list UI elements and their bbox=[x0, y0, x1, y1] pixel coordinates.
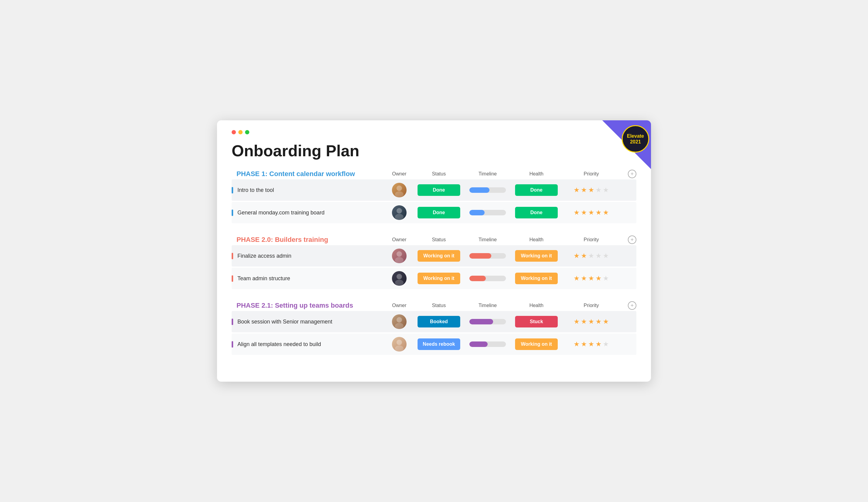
priority-cell[interactable]: ★★★★★ bbox=[561, 318, 622, 326]
health-badge[interactable]: Done bbox=[515, 207, 558, 218]
status-badge[interactable]: Working on it bbox=[417, 250, 460, 262]
phase-section-phase2: PHASE 2.0: Builders trainingOwnerStatusT… bbox=[231, 236, 637, 289]
star-filled-icon[interactable]: ★ bbox=[596, 209, 602, 217]
timeline-fill bbox=[469, 187, 489, 193]
star-filled-icon[interactable]: ★ bbox=[603, 209, 609, 217]
star-empty-icon[interactable]: ★ bbox=[596, 186, 602, 194]
health-cell[interactable]: Working on it bbox=[512, 338, 561, 350]
status-cell[interactable]: Working on it bbox=[414, 273, 463, 284]
task-name-label: Finalize access admin bbox=[237, 253, 291, 259]
status-cell[interactable]: Done bbox=[414, 184, 463, 196]
phase-color-bar bbox=[231, 210, 233, 216]
col-header-timeline: Timeline bbox=[463, 171, 512, 177]
star-filled-icon[interactable]: ★ bbox=[588, 318, 594, 326]
status-cell[interactable]: Done bbox=[414, 207, 463, 218]
health-cell[interactable]: Working on it bbox=[512, 250, 561, 262]
star-filled-icon[interactable]: ★ bbox=[581, 252, 587, 260]
priority-cell[interactable]: ★★★★★ bbox=[561, 209, 622, 217]
task-name-cell: Book session with Senior management bbox=[231, 315, 384, 329]
close-button[interactable] bbox=[231, 130, 236, 134]
col-header-health: Health bbox=[512, 303, 561, 308]
add-task-button[interactable]: + bbox=[628, 301, 637, 310]
task-name-cell: Align all templates needed to build bbox=[231, 337, 384, 351]
star-filled-icon[interactable]: ★ bbox=[588, 340, 594, 348]
star-filled-icon[interactable]: ★ bbox=[574, 274, 580, 282]
health-cell[interactable]: Stuck bbox=[512, 316, 561, 327]
star-empty-icon[interactable]: ★ bbox=[603, 340, 609, 348]
health-badge[interactable]: Stuck bbox=[515, 316, 558, 327]
priority-cell[interactable]: ★★★★★ bbox=[561, 274, 622, 282]
status-cell[interactable]: Working on it bbox=[414, 250, 463, 262]
maximize-button[interactable] bbox=[245, 130, 249, 134]
star-filled-icon[interactable]: ★ bbox=[588, 186, 594, 194]
health-badge[interactable]: Done bbox=[515, 184, 558, 196]
star-filled-icon[interactable]: ★ bbox=[581, 340, 587, 348]
star-filled-icon[interactable]: ★ bbox=[581, 274, 587, 282]
task-name-cell: General monday.com training board bbox=[231, 206, 384, 220]
timeline-bar-container bbox=[469, 253, 506, 259]
star-empty-icon[interactable]: ★ bbox=[588, 252, 594, 260]
timeline-cell bbox=[463, 253, 512, 259]
minimize-button[interactable] bbox=[238, 130, 242, 134]
status-cell[interactable]: Needs rebook bbox=[414, 338, 463, 350]
priority-cell[interactable]: ★★★★★ bbox=[561, 252, 622, 260]
table-row: Intro to the tool DoneDone★★★★★ bbox=[231, 179, 637, 201]
phase-color-bar bbox=[231, 187, 233, 194]
star-filled-icon[interactable]: ★ bbox=[603, 318, 609, 326]
star-filled-icon[interactable]: ★ bbox=[588, 209, 594, 217]
star-empty-icon[interactable]: ★ bbox=[603, 186, 609, 194]
status-cell[interactable]: Booked bbox=[414, 316, 463, 327]
star-filled-icon[interactable]: ★ bbox=[596, 340, 602, 348]
priority-cell[interactable]: ★★★★★ bbox=[561, 186, 622, 194]
star-filled-icon[interactable]: ★ bbox=[581, 186, 587, 194]
timeline-cell bbox=[463, 187, 512, 193]
star-empty-icon[interactable]: ★ bbox=[603, 252, 609, 260]
phase-section-phase21: PHASE 2.1: Setting up teams boardsOwnerS… bbox=[231, 301, 637, 355]
add-task-button[interactable]: + bbox=[628, 236, 637, 244]
table-row: Finalize access admin Working on itWorki… bbox=[231, 245, 637, 266]
status-badge[interactable]: Done bbox=[417, 184, 460, 196]
timeline-cell bbox=[463, 210, 512, 215]
priority-cell[interactable]: ★★★★★ bbox=[561, 340, 622, 348]
status-badge[interactable]: Booked bbox=[417, 316, 460, 327]
star-filled-icon[interactable]: ★ bbox=[581, 318, 587, 326]
health-cell[interactable]: Done bbox=[512, 207, 561, 218]
status-badge[interactable]: Needs rebook bbox=[417, 338, 460, 350]
elevate-badge: Elevate 2021 bbox=[622, 125, 649, 153]
star-filled-icon[interactable]: ★ bbox=[574, 252, 580, 260]
star-filled-icon[interactable]: ★ bbox=[574, 318, 580, 326]
col-header-owner: Owner bbox=[384, 303, 414, 308]
avatar bbox=[392, 205, 406, 220]
table-row: Align all templates needed to build Need… bbox=[231, 334, 637, 355]
health-badge[interactable]: Working on it bbox=[515, 273, 558, 284]
elevate-text-line2: 2021 bbox=[630, 139, 641, 145]
star-empty-icon[interactable]: ★ bbox=[596, 252, 602, 260]
table-row: Book session with Senior management Book… bbox=[231, 311, 637, 332]
status-badge[interactable]: Done bbox=[417, 207, 460, 218]
svg-point-6 bbox=[396, 274, 402, 279]
phase-title: PHASE 2.0: Builders training bbox=[237, 236, 384, 244]
health-cell[interactable]: Done bbox=[512, 184, 561, 196]
column-headers: PHASE 2.1: Setting up teams boardsOwnerS… bbox=[231, 301, 637, 310]
star-filled-icon[interactable]: ★ bbox=[574, 209, 580, 217]
phases-container: PHASE 1: Content calendar workflowOwnerS… bbox=[231, 170, 637, 355]
phase-title: PHASE 1: Content calendar workflow bbox=[237, 170, 384, 178]
star-empty-icon[interactable]: ★ bbox=[603, 274, 609, 282]
health-badge[interactable]: Working on it bbox=[515, 338, 558, 350]
owner-cell bbox=[384, 271, 414, 286]
star-filled-icon[interactable]: ★ bbox=[596, 318, 602, 326]
health-badge[interactable]: Working on it bbox=[515, 250, 558, 262]
elevate-text-line1: Elevate bbox=[627, 133, 644, 139]
health-cell[interactable]: Working on it bbox=[512, 273, 561, 284]
col-header-priority: Priority bbox=[561, 237, 622, 242]
status-badge[interactable]: Working on it bbox=[417, 273, 460, 284]
star-filled-icon[interactable]: ★ bbox=[574, 340, 580, 348]
star-filled-icon[interactable]: ★ bbox=[574, 186, 580, 194]
add-task-button[interactable]: + bbox=[628, 170, 637, 178]
star-filled-icon[interactable]: ★ bbox=[588, 274, 594, 282]
phase-color-bar bbox=[231, 275, 233, 282]
col-header-health: Health bbox=[512, 171, 561, 177]
star-filled-icon[interactable]: ★ bbox=[581, 209, 587, 217]
timeline-bar-container bbox=[469, 210, 506, 215]
star-filled-icon[interactable]: ★ bbox=[596, 274, 602, 282]
